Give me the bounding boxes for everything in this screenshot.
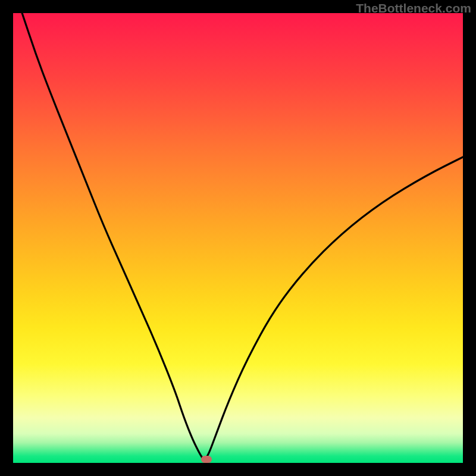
bottleneck-curve	[13, 13, 463, 463]
plot-area	[13, 13, 463, 463]
optimal-point-marker	[201, 456, 212, 463]
watermark-text: TheBottleneck.com	[356, 1, 471, 15]
chart-frame: TheBottleneck.com	[0, 0, 476, 476]
